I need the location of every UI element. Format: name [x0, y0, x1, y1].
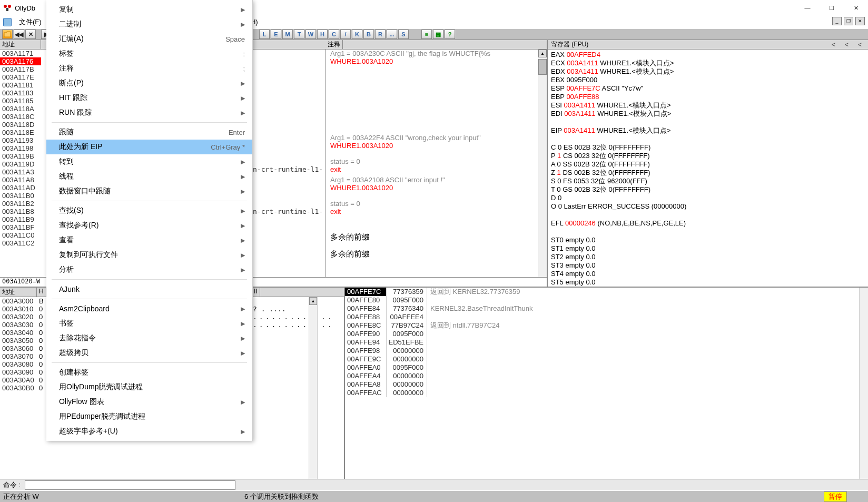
stack-row[interactable]: 00AFFE8477376340KERNEL32.BaseThreadInitT…	[345, 304, 868, 313]
toolbar-l-button[interactable]: L	[259, 29, 270, 39]
menu-item[interactable]: 去除花指令▶	[46, 331, 252, 346]
toolbar-stop-button[interactable]: ✕	[25, 29, 36, 39]
menu-item[interactable]: AJunk	[46, 282, 252, 297]
col-comment[interactable]: 注释	[326, 40, 343, 49]
toolbar-h-button[interactable]: H	[317, 29, 328, 39]
stack-row[interactable]: 00AFFE94ED51EFBE	[345, 338, 868, 347]
mdi-minimize-button[interactable]: _	[832, 17, 842, 25]
menu-item[interactable]: 断点(P)▶	[46, 76, 252, 91]
menu-item[interactable]: 书签▶	[46, 316, 252, 331]
cmd-input[interactable]	[25, 480, 235, 490]
menu-item[interactable]: HIT 跟踪▶	[46, 91, 252, 105]
register-line[interactable]: P 1 CS 0023 32位 0(FFFFFFFF)	[551, 152, 865, 160]
toolbar-help-button[interactable]: ?	[445, 29, 455, 39]
register-line[interactable]: ST1 empty 0.0	[551, 244, 865, 253]
address-row[interactable]: 003A11AD	[0, 184, 41, 192]
register-line[interactable]	[551, 211, 865, 219]
address-row[interactable]: 003A11C2	[0, 239, 41, 247]
register-line[interactable]: ST2 empty 0.0	[551, 253, 865, 261]
register-line[interactable]: ST0 empty 0.0	[551, 236, 865, 244]
toolbar-...-button[interactable]: ...	[387, 29, 397, 39]
address-column[interactable]: 003A1171003A1176003A117B003A117E003A1181…	[0, 50, 41, 277]
address-row[interactable]: 003A1171	[0, 50, 41, 57]
register-line[interactable]	[551, 228, 865, 236]
stack-body[interactable]: 00AFFE7C77376359返回到 KERNEL32.7737635900A…	[345, 288, 868, 479]
stack-row[interactable]: 00AFFEA00095F000	[345, 363, 868, 372]
mdi-close-button[interactable]: ✕	[855, 17, 865, 25]
maximize-button[interactable]: ☐	[820, 0, 844, 16]
menu-item[interactable]: 复制▶	[46, 2, 252, 17]
register-line[interactable]: EDI 003A1411 WHURE1.<模块入口点>	[551, 110, 865, 118]
address-row[interactable]: 003A11B9	[0, 215, 41, 223]
address-row[interactable]: 003A11BF	[0, 223, 41, 231]
address-row[interactable]: 003A11A3	[0, 168, 41, 176]
address-row[interactable]: 003A119D	[0, 160, 41, 168]
register-line[interactable]: EIP 003A1411 WHURE1.<模块入口点>	[551, 126, 865, 135]
reg-left-arrow-icon-3[interactable]: <	[855, 41, 865, 48]
address-row[interactable]: 003A11B0	[0, 192, 41, 200]
close-button[interactable]: ✕	[844, 0, 868, 16]
menu-item[interactable]: 转到▶	[46, 154, 252, 169]
address-row[interactable]: 003A1185	[0, 97, 41, 105]
toolbar-list-button[interactable]: ≡	[421, 29, 432, 39]
toolbar-s-button[interactable]: S	[398, 29, 409, 39]
register-line[interactable]	[551, 135, 865, 143]
stack-scrollbar[interactable]	[859, 288, 868, 479]
address-row[interactable]: 003A118D	[0, 121, 41, 129]
address-row[interactable]: 003A118C	[0, 113, 41, 121]
register-line[interactable]: A 0 SS 002B 32位 0(FFFFFFFF)	[551, 160, 865, 169]
address-row[interactable]: 003A1193	[0, 136, 41, 144]
address-row[interactable]: 003A1176	[0, 57, 41, 65]
register-line[interactable]: ESP 00AFFE7C ASCII "Yc7w"	[551, 84, 865, 93]
minimize-button[interactable]: —	[795, 0, 820, 16]
register-line[interactable]: C 0 ES 002B 32位 0(FFFFFFFF)	[551, 143, 865, 152]
register-line[interactable]: EBX 0095F000	[551, 76, 865, 84]
menu-item[interactable]: 标签:	[46, 46, 252, 61]
toolbar-t-button[interactable]: T	[294, 29, 304, 39]
toolbar-c-button[interactable]: C	[329, 29, 339, 39]
toolbar-m-button[interactable]: M	[282, 29, 293, 39]
stack-row[interactable]: 00AFFEAC00000000	[345, 389, 868, 397]
address-row[interactable]: 003A119B	[0, 152, 41, 160]
menu-item[interactable]: Asm2Clipboard▶	[46, 301, 252, 316]
register-line[interactable]: ST5 empty 0.0	[551, 278, 865, 287]
comment-column[interactable]: Arg1 = 003A230C ASCII "gj, the flag is W…	[326, 50, 547, 277]
menu-item[interactable]: 跟随Enter	[46, 125, 252, 140]
address-row[interactable]: 003A117E	[0, 73, 41, 81]
col-address[interactable]: 地址	[0, 40, 41, 49]
menu-item[interactable]: 线程▶	[46, 169, 252, 184]
register-line[interactable]: ST3 empty 0.0	[551, 261, 865, 270]
reg-left-arrow-icon[interactable]: <	[828, 41, 839, 48]
toolbar-e-button[interactable]: E	[271, 29, 281, 39]
register-line[interactable]: D 0	[551, 194, 865, 202]
menu-file[interactable]: 文件(F)	[19, 17, 42, 27]
register-line[interactable]: ESI 003A1411 WHURE1.<模块入口点>	[551, 101, 865, 110]
toolbar-rewind-button[interactable]: ◀◀	[14, 29, 24, 39]
toolbar-open-button[interactable]	[2, 29, 13, 39]
toolbar-w-button[interactable]: W	[305, 29, 316, 39]
register-line[interactable]: EFL 00000246 (NO,NB,E,BE,NS,PE,GE,LE)	[551, 219, 865, 228]
menu-item[interactable]: 查找(S)▶	[46, 203, 252, 218]
address-row[interactable]: 003A11B2	[0, 200, 41, 208]
menu-item[interactable]: 超级字串参考+(U)▶	[46, 424, 252, 439]
toolbar-r-button[interactable]: R	[375, 29, 386, 39]
toolbar-/-button[interactable]: /	[340, 29, 351, 39]
stack-row[interactable]: 00AFFE900095F000	[345, 330, 868, 338]
register-line[interactable]	[551, 118, 865, 126]
menu-item[interactable]: RUN 跟踪▶	[46, 105, 252, 120]
register-line[interactable]: Z 1 DS 002B 32位 0(FFFFFFFF)	[551, 169, 865, 177]
register-line[interactable]: EDX 003A1411 WHURE1.<模块入口点>	[551, 67, 865, 76]
toolbar-grid-button[interactable]: ▦	[433, 29, 443, 39]
address-row[interactable]: 003A1181	[0, 81, 41, 89]
menu-item[interactable]: OllyFlow 图表▶	[46, 395, 252, 409]
reg-left-arrow-icon-2[interactable]: <	[842, 41, 852, 48]
menu-item[interactable]: 复制到可执行文件▶	[46, 248, 252, 262]
register-line[interactable]: EAX 00AFFED4	[551, 51, 865, 59]
register-line[interactable]: O 0 LastErr ERROR_SUCCESS (00000000)	[551, 202, 865, 211]
menu-item[interactable]: 汇编(A)Space	[46, 32, 252, 46]
address-row[interactable]: 003A118E	[0, 129, 41, 136]
menu-item[interactable]: 查找参考(R)▶	[46, 218, 252, 233]
toolbar-k-button[interactable]: K	[352, 29, 362, 39]
stack-row[interactable]: 00AFFE8800AFFEE4	[345, 313, 868, 321]
stack-row[interactable]: 00AFFE9C00000000	[345, 355, 868, 363]
